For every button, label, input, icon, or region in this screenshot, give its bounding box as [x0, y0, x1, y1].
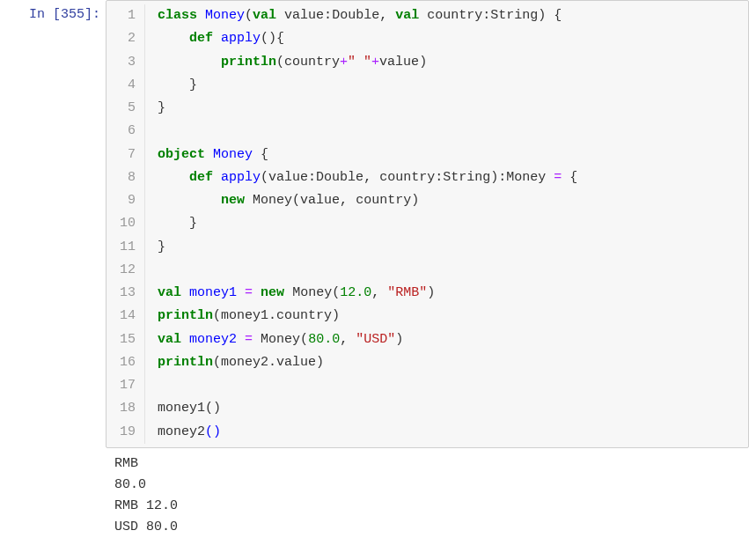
code-line: 11} — [106, 236, 748, 259]
code-line: 10 } — [106, 212, 748, 235]
token-punc: : — [308, 170, 316, 185]
code-line: 19money2() — [106, 421, 748, 444]
code-line: 8 def apply(value:Double, country:String… — [106, 166, 748, 189]
token-punc: . — [268, 308, 276, 323]
token-punc: ( — [332, 285, 340, 300]
token-def: Money — [205, 8, 245, 23]
token-def: apply — [221, 170, 261, 185]
token-punc: ) — [427, 285, 435, 300]
token-punc: , — [340, 193, 348, 208]
token-id: value — [284, 8, 324, 23]
token-punc: : — [482, 8, 490, 23]
token-punc: ( — [245, 8, 253, 23]
token-punc: () — [205, 401, 221, 416]
token-op: = — [554, 170, 562, 185]
code-line: 13val money1 = new Money(12.0, "RMB") — [106, 282, 748, 305]
token-punc: , — [363, 170, 371, 185]
line-number: 9 — [106, 189, 145, 212]
token-id: value — [276, 355, 316, 370]
token-id: String — [443, 170, 490, 185]
line-number: 6 — [106, 120, 145, 143]
code-content: println(country+" "+value) — [145, 51, 427, 74]
code-line: 15val money2 = Money(80.0, "USD") — [106, 328, 748, 351]
code-content — [145, 120, 165, 143]
token-kw: println — [158, 308, 213, 323]
token-str: " " — [348, 55, 371, 70]
line-number: 11 — [106, 236, 145, 259]
token-punc: () — [261, 31, 276, 46]
code-content: println(money1.country) — [145, 305, 340, 328]
code-line: 1class Money(val value:Double, val count… — [106, 4, 748, 27]
token-op: + — [340, 55, 348, 70]
code-content: def apply(value:Double, country:String):… — [145, 166, 577, 189]
line-number: 7 — [106, 144, 145, 166]
token-num: 80.0 — [308, 332, 340, 347]
line-number: 5 — [106, 97, 145, 120]
token-id: Money — [506, 170, 546, 185]
token-punc: ( — [261, 170, 268, 185]
token-punc: } — [189, 77, 197, 92]
token-id: value — [300, 193, 340, 208]
token-kw: val — [158, 285, 181, 300]
token-id: Money — [292, 285, 332, 300]
line-number: 13 — [106, 282, 145, 305]
prompt-text: In [355]: — [29, 7, 100, 22]
code-content: new Money(value, country) — [145, 189, 419, 212]
token-id: country — [379, 170, 435, 185]
code-line: 9 new Money(value, country) — [106, 189, 748, 212]
code-line: 2 def apply(){ — [106, 27, 748, 50]
code-line: 16println(money2.value) — [106, 351, 748, 374]
code-content: } — [145, 97, 165, 120]
code-content: val money2 = Money(80.0, "USD") — [145, 328, 403, 351]
code-line: 7object Money { — [106, 144, 748, 166]
token-kw: val — [395, 8, 419, 23]
token-id: Double — [332, 8, 379, 23]
token-def: () — [205, 424, 221, 439]
token-def: Money — [213, 147, 253, 162]
token-kw: def — [189, 31, 213, 46]
code-line: 14println(money1.country) — [106, 305, 748, 328]
token-id: money2 — [158, 424, 205, 439]
line-number: 4 — [106, 74, 145, 97]
token-def: money2 — [189, 332, 237, 347]
token-punc: ( — [276, 55, 284, 70]
token-punc: ) — [332, 308, 340, 323]
line-number: 3 — [106, 51, 145, 74]
code-line: 12 — [106, 259, 748, 282]
token-kw: println — [221, 55, 276, 70]
token-id: country — [284, 55, 340, 70]
token-punc: : — [498, 170, 506, 185]
token-id: country — [276, 308, 332, 323]
token-punc: ) — [411, 193, 419, 208]
code-cell: In [355]: 1class Money(val value:Double,… — [0, 0, 749, 448]
line-number: 2 — [106, 27, 145, 50]
token-id: Money — [261, 332, 300, 347]
line-number: 15 — [106, 328, 145, 351]
token-str: "USD" — [356, 332, 395, 347]
token-punc: , — [371, 285, 379, 300]
code-input-area[interactable]: 1class Money(val value:Double, val count… — [106, 0, 749, 448]
token-punc: : — [324, 8, 332, 23]
token-id: value — [268, 170, 308, 185]
token-punc: ( — [300, 332, 308, 347]
line-number: 17 — [106, 374, 145, 397]
token-punc: { — [276, 31, 284, 46]
token-num: 12.0 — [340, 285, 371, 300]
line-number: 8 — [106, 166, 145, 189]
code-content: class Money(val value:Double, val countr… — [145, 4, 562, 27]
token-punc: ( — [213, 355, 221, 370]
code-line: 6 — [106, 120, 748, 143]
token-punc: ) — [490, 170, 498, 185]
code-line: 5} — [106, 97, 748, 120]
code-content: println(money2.value) — [145, 351, 324, 374]
token-punc: ) — [538, 8, 546, 23]
token-id: money2 — [221, 355, 268, 370]
token-id: Double — [316, 170, 363, 185]
token-kw: def — [189, 170, 213, 185]
token-punc: , — [340, 332, 348, 347]
token-str: "RMB" — [387, 285, 427, 300]
token-id: String — [490, 8, 538, 23]
token-punc: } — [158, 100, 165, 115]
code-content: object Money { — [145, 144, 268, 166]
token-op: = — [245, 285, 253, 300]
